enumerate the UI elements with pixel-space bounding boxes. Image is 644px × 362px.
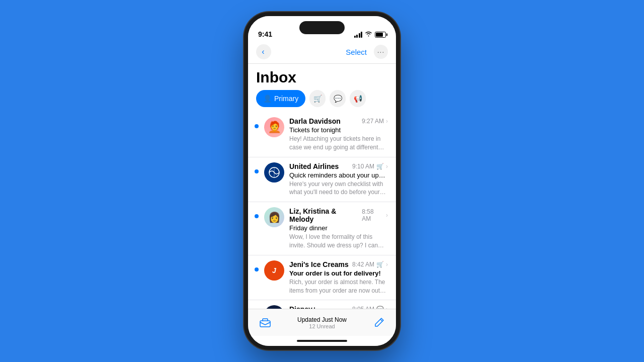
email-sender: United Airlines	[289, 162, 339, 170]
nav-actions: Select ···	[343, 45, 388, 59]
chevron-icon: ›	[386, 118, 388, 125]
email-preview: Wow, I love the formality of this invite…	[289, 233, 388, 250]
unread-dot	[255, 124, 259, 128]
email-header: United Airlines 9:10 AM 🛒 ›	[289, 162, 388, 170]
email-body-liz: Liz, Kristina & Melody 8:58 AM › Friday …	[289, 207, 388, 250]
chevron-icon: ›	[386, 212, 388, 219]
shopping-tag-icon-2: 🛒	[376, 261, 384, 268]
email-meta: 8:42 AM 🛒 ›	[352, 261, 388, 268]
email-body-disney: Disney+ 8:05 AM 💬 › Your one-time passco…	[289, 305, 388, 309]
email-preview: Here's your very own checklist with what…	[289, 180, 388, 197]
dynamic-island	[299, 21, 345, 34]
chat-icon: 💬	[334, 95, 342, 103]
email-time: 9:27 AM	[362, 118, 384, 125]
email-meta: 8:05 AM 💬 ›	[352, 306, 388, 309]
email-header: Darla Davidson 9:27 AM ›	[289, 117, 388, 125]
email-item-united[interactable]: United Airlines 9:10 AM 🛒 › Quick remind…	[248, 157, 396, 203]
email-sender: Liz, Kristina & Melody	[289, 207, 362, 223]
megaphone-icon: 📢	[354, 95, 362, 103]
email-subject: Quick reminders about your upcoming...	[289, 171, 388, 179]
more-icon: ···	[377, 48, 385, 56]
unread-indicator	[254, 260, 259, 272]
email-header: Liz, Kristina & Melody 8:58 AM ›	[289, 207, 388, 223]
email-item-darla[interactable]: 🧑‍🦰 Darla Davidson 9:27 AM › Tickets for…	[248, 112, 396, 157]
avatar-darla: 🧑‍🦰	[264, 117, 284, 137]
person-icon: 👤	[263, 95, 272, 103]
email-preview: Rich, your order is almost here. The ite…	[289, 278, 388, 295]
email-sender: Darla Davidson	[289, 117, 341, 125]
bottom-bar: Updated Just Now 12 Unread	[248, 309, 396, 336]
home-pill	[297, 340, 347, 342]
email-subject: Your order is out for delivery!	[289, 269, 388, 277]
select-button[interactable]: Select	[343, 46, 370, 58]
email-time: 8:58 AM	[362, 208, 384, 222]
email-body-united: United Airlines 9:10 AM 🛒 › Quick remind…	[289, 162, 388, 197]
svg-rect-1	[260, 321, 270, 327]
tab-primary[interactable]: 👤 Primary	[256, 90, 305, 107]
update-status: Updated Just Now	[272, 316, 372, 323]
email-subject: Tickets for tonight	[289, 126, 388, 134]
unread-indicator	[254, 207, 259, 218]
avatar-united	[264, 162, 284, 183]
unread-dot	[255, 214, 259, 218]
tab-shopping[interactable]: 🛒	[309, 90, 326, 107]
email-time: 8:42 AM	[352, 261, 374, 268]
tab-social[interactable]: 💬	[330, 90, 346, 107]
email-sender: Jeni's Ice Creams	[289, 260, 349, 268]
email-sender: Disney+	[289, 305, 316, 309]
status-time: 9:41	[258, 30, 272, 38]
mailboxes-button[interactable]	[258, 316, 272, 330]
phone-frame: 9:41 ‹ Select	[244, 12, 400, 350]
email-meta: 9:10 AM 🛒 ›	[352, 163, 388, 170]
email-time: 9:10 AM	[352, 163, 374, 170]
tab-promotions[interactable]: 📢	[350, 90, 366, 107]
unread-indicator	[254, 162, 259, 173]
unread-dot	[255, 169, 259, 173]
inbox-content: Inbox 👤 Primary 🛒 💬 📢	[248, 64, 396, 309]
signal-bars-icon	[354, 32, 363, 38]
unread-dot	[255, 267, 259, 272]
avatar-jeni: J	[264, 260, 284, 281]
tab-primary-label: Primary	[274, 95, 298, 103]
email-item-jeni[interactable]: J Jeni's Ice Creams 8:42 AM 🛒 › Your ord…	[248, 255, 396, 301]
tabs-row: 👤 Primary 🛒 💬 📢	[248, 90, 396, 112]
social-tag-icon: 💬	[376, 306, 384, 309]
compose-button[interactable]	[372, 316, 386, 330]
bottom-status: Updated Just Now 12 Unread	[272, 316, 372, 329]
chevron-icon: ›	[386, 306, 388, 309]
home-indicator	[248, 336, 396, 346]
email-meta: 9:27 AM ›	[362, 118, 388, 125]
inbox-title: Inbox	[248, 64, 396, 90]
email-header: Jeni's Ice Creams 8:42 AM 🛒 ›	[289, 260, 388, 268]
nav-bar: ‹ Select ···	[248, 41, 396, 64]
email-body-darla: Darla Davidson 9:27 AM › Tickets for ton…	[289, 117, 388, 152]
status-icons	[354, 31, 386, 38]
email-header: Disney+ 8:05 AM 💬 ›	[289, 305, 388, 309]
unread-indicator	[254, 305, 259, 309]
email-list: 🧑‍🦰 Darla Davidson 9:27 AM › Tickets for…	[248, 112, 396, 309]
battery-icon	[375, 32, 386, 38]
email-subject: Friday dinner	[289, 224, 388, 232]
email-item-disney[interactable]: D+ Disney+ 8:05 AM 💬 › Your one-time pas…	[248, 300, 396, 309]
email-meta: 8:58 AM ›	[362, 208, 388, 222]
email-body-jeni: Jeni's Ice Creams 8:42 AM 🛒 › Your order…	[289, 260, 388, 295]
cart-icon: 🛒	[313, 95, 322, 103]
unread-count: 12 Unread	[272, 323, 372, 329]
avatar-liz: 👩	[264, 207, 284, 227]
back-arrow-icon: ‹	[262, 47, 264, 56]
wifi-icon	[365, 31, 372, 38]
more-button[interactable]: ···	[374, 45, 388, 59]
chevron-icon: ›	[386, 261, 388, 268]
chevron-icon: ›	[386, 163, 388, 170]
unread-indicator	[254, 117, 259, 128]
shopping-tag-icon: 🛒	[376, 163, 384, 170]
back-button[interactable]: ‹	[256, 44, 271, 59]
email-item-liz[interactable]: 👩 Liz, Kristina & Melody 8:58 AM › Frida…	[248, 202, 396, 255]
avatar-disney: D+	[264, 305, 284, 309]
email-time: 8:05 AM	[352, 306, 374, 309]
email-preview: Hey! Attaching your tickets here in case…	[289, 135, 388, 152]
